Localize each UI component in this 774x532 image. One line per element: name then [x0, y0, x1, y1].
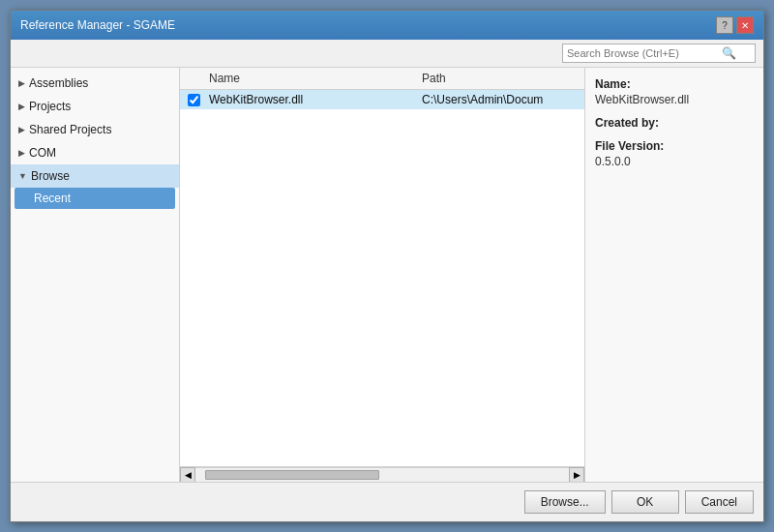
- scroll-right-button[interactable]: ▶: [569, 467, 584, 483]
- bottom-bar: Browse... OK Cancel: [11, 482, 763, 521]
- sidebar-item-com-label: COM: [29, 146, 56, 160]
- row-checkbox-cell: [180, 94, 207, 106]
- table-row[interactable]: WebKitBrowser.dll C:\Users\Admin\Docum: [180, 90, 584, 109]
- search-box: 🔍: [562, 44, 756, 63]
- shared-projects-arrow: ▶: [18, 125, 25, 134]
- sidebar-item-assemblies[interactable]: ▶ Assemblies: [11, 72, 179, 95]
- file-list-area: Name Path WebKitBrowser.dll C:\Users\Adm…: [180, 68, 584, 482]
- titlebar-controls: ? ✕: [716, 16, 754, 34]
- toolbar: 🔍: [11, 40, 763, 68]
- sidebar-item-shared-projects[interactable]: ▶ Shared Projects: [11, 118, 179, 141]
- col-name-header: Name: [207, 72, 420, 85]
- row-path: C:\Users\Admin\Docum: [420, 93, 584, 106]
- col-path-header: Path: [420, 72, 584, 85]
- file-list-header: Name Path: [180, 68, 584, 90]
- com-arrow: ▶: [18, 148, 25, 158]
- name-label: Name:: [595, 77, 754, 91]
- ok-button[interactable]: OK: [611, 490, 679, 514]
- main-panel: Name Path WebKitBrowser.dll C:\Users\Adm…: [180, 68, 584, 482]
- sidebar-item-browse[interactable]: ▼ Browse: [11, 164, 179, 188]
- horizontal-scrollbar: ◀ ▶: [180, 466, 584, 482]
- projects-arrow: ▶: [18, 102, 25, 111]
- sidebar-item-assemblies-label: Assemblies: [29, 76, 88, 90]
- file-version-label: File Version:: [595, 139, 754, 153]
- sidebar-item-projects-label: Projects: [29, 100, 71, 113]
- file-version-value: 0.5.0.0: [595, 155, 754, 168]
- col-check-header: [180, 72, 207, 85]
- browse-button[interactable]: Browse...: [524, 490, 606, 514]
- sidebar: ▶ Assemblies ▶ Projects ▶ Shared Project…: [11, 68, 180, 482]
- reference-manager-dialog: Reference Manager - SGAME ? ✕ 🔍 ▶ Assemb…: [10, 10, 764, 522]
- scroll-left-button[interactable]: ◀: [180, 467, 195, 483]
- name-value: WebKitBrowser.dll: [595, 93, 754, 106]
- titlebar: Reference Manager - SGAME ? ✕: [11, 11, 763, 40]
- search-icon[interactable]: 🔍: [722, 46, 736, 60]
- sidebar-subitem-recent[interactable]: Recent: [15, 188, 175, 209]
- browse-arrow: ▼: [18, 171, 27, 181]
- sidebar-subitem-recent-label: Recent: [34, 192, 71, 205]
- close-button[interactable]: ✕: [736, 16, 754, 34]
- help-button[interactable]: ?: [716, 16, 733, 34]
- row-checkbox[interactable]: [188, 94, 200, 106]
- file-list-body: WebKitBrowser.dll C:\Users\Admin\Docum: [180, 90, 584, 466]
- scroll-thumb[interactable]: [205, 470, 379, 480]
- created-by-label: Created by:: [595, 116, 754, 130]
- row-name: WebKitBrowser.dll: [207, 93, 420, 106]
- search-input[interactable]: [567, 47, 722, 59]
- scroll-track[interactable]: [195, 467, 569, 483]
- assemblies-arrow: ▶: [18, 78, 25, 88]
- detail-panel: Name: WebKitBrowser.dll Created by: File…: [584, 68, 763, 482]
- content-area: ▶ Assemblies ▶ Projects ▶ Shared Project…: [11, 68, 763, 482]
- sidebar-item-com[interactable]: ▶ COM: [11, 141, 179, 164]
- cancel-button[interactable]: Cancel: [685, 490, 754, 514]
- window-title: Reference Manager - SGAME: [20, 18, 175, 32]
- sidebar-item-shared-projects-label: Shared Projects: [29, 123, 111, 136]
- sidebar-item-browse-label: Browse: [31, 169, 70, 183]
- sidebar-item-projects[interactable]: ▶ Projects: [11, 95, 179, 118]
